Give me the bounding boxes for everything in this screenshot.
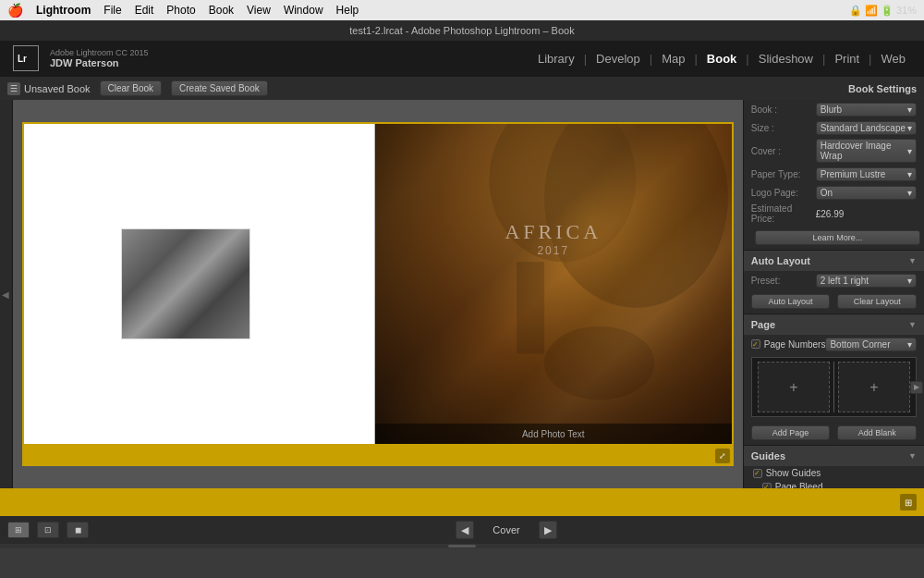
- view-single-button[interactable]: ⊡: [37, 522, 59, 538]
- sub-toolbar: ☰ Unsaved Book Clear Book Create Saved B…: [0, 76, 924, 100]
- size-row: Size : Standard Landscape▾: [744, 118, 924, 137]
- window-title: test1-2.lrcat - Adobe Photoshop Lightroo…: [349, 25, 574, 36]
- app-identity: Adobe Lightroom CC 2015 JDW Paterson: [50, 48, 149, 68]
- page-section-header[interactable]: Page ▼: [744, 314, 924, 335]
- preview-handle[interactable]: ▶: [910, 381, 923, 394]
- apple-menu[interactable]: 🍎: [7, 3, 23, 18]
- expand-icon[interactable]: ⤢: [715, 449, 730, 463]
- animal-silhouette-svg: [375, 124, 732, 444]
- main-nav: Library | Develop | Map | Book | Slidesh…: [529, 52, 915, 66]
- nav-map[interactable]: Map: [652, 52, 694, 66]
- filmstrip-icon[interactable]: ⊞: [900, 494, 917, 510]
- price-label: Estimated Price:: [751, 203, 816, 224]
- spread-bottom-bar: ⤢: [22, 446, 734, 466]
- paper-dropdown[interactable]: Premium Lustre▾: [816, 167, 917, 181]
- book-right-page[interactable]: AFRICA 2017 Add Photo Text: [375, 124, 732, 444]
- cover-dropdown[interactable]: Hardcover Image Wrap▾: [816, 139, 917, 163]
- user-name: JDW Paterson: [50, 57, 149, 68]
- clear-book-button[interactable]: Clear Book: [100, 80, 162, 96]
- page-collapse-icon: ▼: [908, 320, 917, 329]
- app-name: Adobe Lightroom CC 2015: [50, 48, 149, 57]
- page-layout-preview: + + ▶: [751, 357, 917, 417]
- app-menu[interactable]: Lightroom: [36, 4, 91, 17]
- photo-menu[interactable]: Photo: [166, 4, 195, 17]
- current-page-label: Cover: [481, 524, 530, 535]
- cover-label: Cover :: [751, 146, 816, 156]
- price-value: £26.99: [816, 209, 917, 219]
- right-panel: Book : Blurb▾ Size : Standard Landscape▾…: [743, 100, 924, 488]
- auto-layout-header[interactable]: Auto Layout ▼: [744, 251, 924, 271]
- book-dropdown[interactable]: Blurb▾: [816, 103, 917, 117]
- guides-collapse-icon: ▼: [908, 451, 917, 461]
- nav-develop[interactable]: Develop: [587, 52, 650, 66]
- logo-row: Logo Page: On▾: [744, 183, 924, 202]
- book-spread: AFRICA 2017 Add Photo Text: [22, 122, 734, 446]
- auto-layout-button[interactable]: Auto Layout: [751, 294, 831, 309]
- canvas-area: AFRICA 2017 Add Photo Text ⤢: [13, 100, 743, 488]
- book-menu[interactable]: Book: [209, 4, 234, 17]
- preset-label: Preset:: [751, 276, 816, 286]
- preview-divider: [833, 362, 834, 412]
- nav-prev-button[interactable]: ◀: [456, 521, 474, 539]
- book-left-page[interactable]: [24, 124, 375, 444]
- nav-book[interactable]: Book: [698, 52, 747, 66]
- clear-layout-button[interactable]: Clear Layout: [837, 294, 917, 309]
- add-blank-button[interactable]: Add Blank: [837, 425, 917, 440]
- menubar-right: 🔒 📶 🔋 31%: [849, 5, 917, 17]
- layout-collapse-icon: ▼: [908, 256, 917, 265]
- logo-dropdown[interactable]: On▾: [816, 186, 917, 200]
- size-label: Size :: [751, 123, 816, 133]
- filmstrip-toolbar: ⊞: [0, 488, 924, 516]
- nav-library[interactable]: Library: [529, 52, 584, 66]
- left-panel-toggle[interactable]: ◀: [0, 100, 13, 488]
- add-page-button[interactable]: Add Page: [751, 425, 831, 440]
- bottom-resize-handle[interactable]: [0, 544, 924, 548]
- learn-more-button[interactable]: Learn More...: [755, 230, 920, 245]
- book-label: Book :: [751, 105, 816, 115]
- page-navigation: ◀ Cover ▶: [456, 521, 556, 539]
- show-guides-row: ✓ Show Guides: [744, 466, 924, 480]
- title-bar: test1-2.lrcat - Adobe Photoshop Lightroo…: [0, 20, 924, 41]
- africa-text-overlay: AFRICA 2017: [505, 220, 602, 257]
- book-title: Unsaved Book: [24, 83, 91, 94]
- header: Lr Adobe Lightroom CC 2015 JDW Paterson …: [0, 41, 924, 76]
- lr-monogram: Lr: [18, 54, 27, 64]
- window-menu[interactable]: Window: [284, 4, 323, 17]
- preset-dropdown[interactable]: 2 left 1 right▾: [816, 274, 917, 288]
- file-menu[interactable]: File: [103, 4, 121, 17]
- page-section: Page ▼ ✓ Page Numbers Bottom Corner▾ + +…: [744, 314, 924, 446]
- nav-print[interactable]: Print: [825, 52, 869, 66]
- page-numbers-dropdown[interactable]: Bottom Corner▾: [825, 338, 917, 351]
- price-row: Estimated Price: £26.99: [744, 202, 924, 226]
- auto-layout-section: Auto Layout ▼ Preset: 2 left 1 right▾ Au…: [744, 251, 924, 314]
- create-saved-book-button[interactable]: Create Saved Book: [171, 80, 268, 96]
- africa-title: AFRICA: [505, 220, 602, 244]
- layout-buttons-row: Auto Layout Clear Layout: [744, 289, 924, 314]
- nav-web[interactable]: Web: [872, 52, 916, 66]
- page-bleed-checkbox[interactable]: ✓: [762, 483, 772, 489]
- view-menu[interactable]: View: [247, 4, 271, 17]
- show-guides-checkbox[interactable]: ✓: [753, 469, 762, 478]
- subtoolbar-left: ☰ Unsaved Book: [7, 82, 91, 95]
- view-detail-icon: ◼: [75, 525, 81, 535]
- size-dropdown[interactable]: Standard Landscape▾: [816, 121, 917, 135]
- nav-slideshow[interactable]: Slideshow: [749, 52, 822, 66]
- resize-indicator: [448, 545, 476, 547]
- book-row: Book : Blurb▾: [744, 100, 924, 118]
- help-menu[interactable]: Help: [336, 4, 359, 17]
- page-numbers-checkbox[interactable]: ✓: [751, 339, 760, 349]
- guides-section-header[interactable]: Guides ▼: [744, 446, 924, 466]
- guides-section: Guides ▼ ✓ Show Guides ✓ Page Bleed ✓ Te…: [744, 446, 924, 488]
- view-detail-button[interactable]: ◼: [67, 522, 89, 538]
- preview-left-cell[interactable]: +: [758, 362, 830, 412]
- view-multi-icon: ⊞: [15, 525, 22, 535]
- preview-right-cell[interactable]: +: [838, 362, 910, 412]
- edit-menu[interactable]: Edit: [135, 4, 154, 17]
- add-photo-text-bar[interactable]: Add Photo Text: [375, 424, 732, 444]
- menu-bar: 🍎 Lightroom File Edit Photo Book View Wi…: [0, 0, 924, 20]
- svg-rect-2: [517, 262, 544, 353]
- nav-next-button[interactable]: ▶: [539, 521, 557, 539]
- view-multi-button[interactable]: ⊞: [7, 522, 30, 538]
- left-page-photo[interactable]: [121, 228, 250, 339]
- book-icon: ☰: [7, 82, 20, 95]
